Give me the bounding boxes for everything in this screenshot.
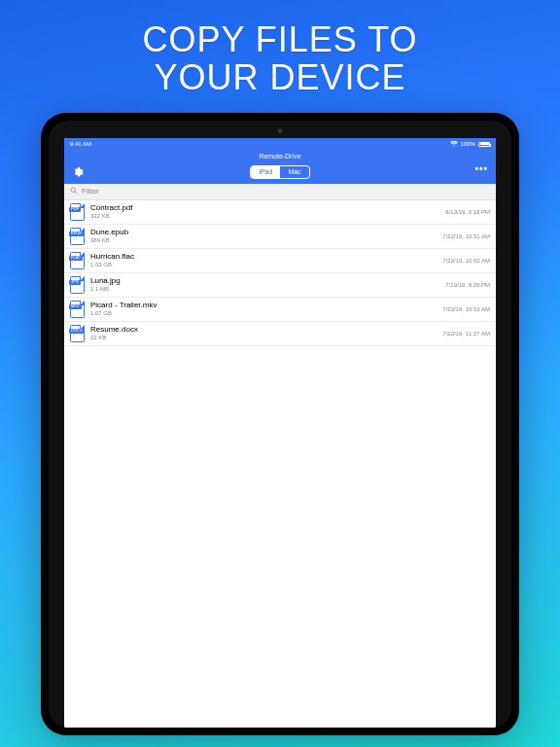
file-icon: DOCX	[70, 325, 85, 342]
file-date: 7/22/19, 10:52 AM	[442, 258, 490, 264]
filter-bar[interactable]: Filter	[64, 184, 496, 200]
ipad-inner: 9:41 AM 100% Remote-Drive iPad Mac	[49, 121, 511, 728]
status-bar: 9:41 AM 100%	[64, 138, 496, 151]
filter-placeholder: Filter	[82, 187, 99, 196]
file-name: Contract.pdf	[90, 203, 445, 213]
file-meta: Dune.epub389 KB	[90, 228, 442, 244]
file-ext-badge: MKV	[69, 304, 82, 309]
file-icon: EPUB	[70, 228, 85, 245]
file-date: 7/22/19, 11:27 AM	[442, 331, 490, 337]
file-date: 7/19/19, 8:29 PM	[445, 282, 490, 288]
segment-mac[interactable]: Mac	[280, 166, 308, 178]
file-ext-badge: PDF	[69, 207, 81, 212]
file-name: Picard - Trailer.mkv	[90, 301, 442, 310]
file-meta: Luna.jpg1.1 MB	[90, 276, 445, 293]
hero-headline: COPY FILES TO YOUR DEVICE	[142, 21, 417, 97]
camera-dot	[278, 128, 283, 133]
screen: 9:41 AM 100% Remote-Drive iPad Mac	[64, 138, 496, 728]
file-name: Dune.epub	[90, 228, 442, 237]
battery-percent: 100%	[461, 141, 475, 147]
file-row[interactable]: FLACHurrican.flac1.03 GB7/22/19, 10:52 A…	[64, 249, 496, 273]
file-size: 1.1 MB	[90, 286, 445, 293]
file-meta: Hurrican.flac1.03 GB	[90, 252, 442, 268]
file-row[interactable]: EPUBDune.epub389 KB7/22/19, 10:51 AM	[64, 225, 496, 249]
file-meta: Picard - Trailer.mkv1.07 GB	[90, 301, 442, 317]
file-ext-badge: DOCX	[69, 329, 85, 334]
hero-line-1: COPY FILES TO	[142, 19, 417, 59]
file-meta: Contract.pdf332 KB	[90, 203, 445, 220]
file-ext-badge: JPG	[69, 280, 81, 285]
svg-line-1	[75, 192, 77, 194]
wifi-icon	[450, 141, 458, 148]
file-name: Hurrican.flac	[90, 252, 442, 262]
gear-icon[interactable]	[72, 164, 84, 176]
file-meta: Resume.docx22 KB	[90, 325, 442, 341]
file-date: 7/22/19, 10:51 AM	[442, 233, 490, 239]
file-icon: FLAC	[70, 252, 85, 269]
file-date: 6/13/19, 2:18 PM	[445, 209, 490, 215]
segment-ipad[interactable]: iPad	[251, 166, 280, 178]
file-date: 7/22/19, 10:53 AM	[442, 306, 490, 312]
file-row[interactable]: JPGLuna.jpg1.1 MB7/19/19, 8:29 PM	[64, 273, 496, 298]
app-title: Remote-Drive	[64, 153, 496, 160]
file-ext-badge: FLAC	[69, 256, 83, 261]
file-row[interactable]: PDFContract.pdf332 KB6/13/19, 2:18 PM	[64, 200, 496, 225]
file-ext-badge: EPUB	[69, 231, 84, 236]
battery-icon	[478, 142, 490, 147]
file-icon: MKV	[70, 301, 85, 318]
file-icon: JPG	[70, 276, 85, 294]
file-size: 389 KB	[90, 237, 442, 244]
ipad-frame: 9:41 AM 100% Remote-Drive iPad Mac	[41, 113, 519, 735]
file-size: 22 KB	[90, 335, 442, 341]
status-time: 9:41 AM	[70, 141, 91, 147]
file-size: 1.07 GB	[90, 310, 442, 317]
file-row[interactable]: DOCXResume.docx22 KB7/22/19, 11:27 AM	[64, 322, 496, 346]
file-name: Resume.docx	[90, 325, 442, 335]
file-row[interactable]: MKVPicard - Trailer.mkv1.07 GB7/22/19, 1…	[64, 298, 496, 322]
more-icon[interactable]: •••	[474, 163, 488, 174]
file-name: Luna.jpg	[90, 276, 445, 286]
file-size: 332 KB	[90, 213, 445, 220]
hero-line-2: YOUR DEVICE	[154, 57, 405, 97]
search-icon	[70, 187, 78, 196]
file-size: 1.03 GB	[90, 262, 442, 268]
nav-bar: Remote-Drive iPad Mac •••	[64, 151, 496, 184]
file-list[interactable]: PDFContract.pdf332 KB6/13/19, 2:18 PMEPU…	[64, 200, 496, 728]
segmented-control[interactable]: iPad Mac	[250, 165, 309, 179]
file-icon: PDF	[70, 203, 85, 221]
